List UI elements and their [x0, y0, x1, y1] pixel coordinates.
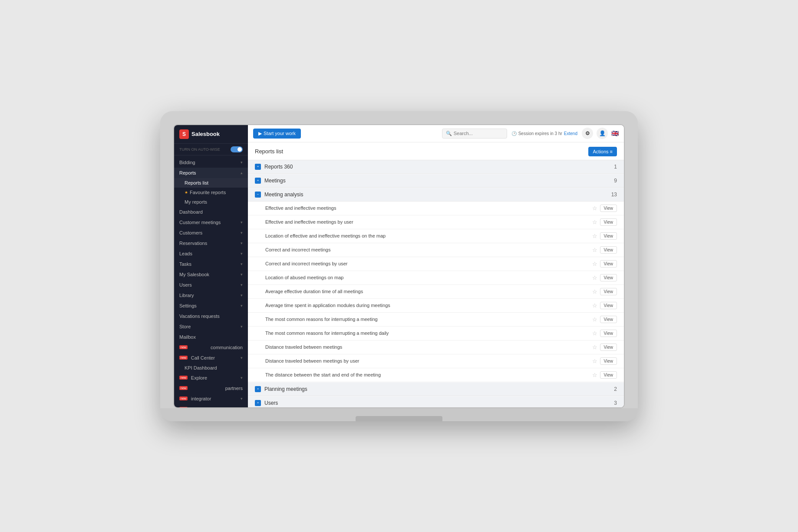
star-button[interactable]: ☆ [592, 261, 597, 267]
language-flag-icon[interactable]: 🇬🇧 [611, 130, 619, 137]
group-expand-icon: − [255, 192, 261, 198]
report-row-actions: ☆ View [592, 246, 617, 254]
sidebar-subitem-reports-list[interactable]: Reports list [174, 178, 248, 188]
report-row: The most common reasons for interrupting… [248, 327, 624, 340]
content-header: Reports list Actions ≡ [248, 142, 624, 160]
user-avatar[interactable]: 👤 [597, 128, 608, 139]
sidebar-item-users[interactable]: Users ▾ [174, 280, 248, 290]
star-button[interactable]: ☆ [592, 247, 597, 253]
sidebar-item-bidding[interactable]: Bidding ▾ [174, 157, 248, 168]
view-button[interactable]: View [600, 302, 617, 309]
star-button[interactable]: ☆ [592, 274, 597, 281]
report-row: Average effective duration time of all m… [248, 285, 624, 299]
sidebar-item-tasks[interactable]: Tasks ▾ [174, 259, 248, 269]
view-button[interactable]: View [600, 218, 617, 226]
group-title: + Reports 360 [255, 164, 293, 170]
report-row: The distance between the start and end o… [248, 368, 624, 382]
star-button[interactable]: ☆ [592, 288, 597, 295]
view-button[interactable]: View [600, 232, 617, 240]
page-title: Reports list [255, 148, 283, 155]
view-button[interactable]: View [600, 344, 617, 351]
play-icon: ▶ [258, 131, 262, 136]
chevron-down-icon: ▾ [241, 293, 243, 297]
report-group-header-meetings[interactable]: + Meetings 9 [248, 174, 624, 188]
sidebar-item-my-salesbook[interactable]: My Salesbook ▾ [174, 269, 248, 280]
star-button[interactable]: ☆ [592, 233, 597, 239]
star-button[interactable]: ☆ [592, 205, 597, 211]
view-button[interactable]: View [600, 246, 617, 254]
sidebar-item-customer-meetings[interactable]: Customer meetings ▾ [174, 217, 248, 228]
star-button[interactable]: ☆ [592, 358, 597, 364]
sidebar-item-vacations[interactable]: Vacations requests [174, 311, 248, 321]
sidebar-subitem-my-reports[interactable]: My reports [174, 197, 248, 207]
view-button[interactable]: View [600, 316, 617, 323]
sidebar-item-call-center[interactable]: new Call Center ▾ [174, 353, 248, 363]
main-content: Reports list Actions ≡ + Reports 360 [248, 142, 624, 407]
report-row-actions: ☆ View [592, 288, 617, 295]
sidebar-nav: Bidding ▾ Reports ▴ Reports list ★ Favou… [174, 155, 248, 407]
sidebar-item-mailbox[interactable]: Mailbox [174, 332, 248, 342]
star-button[interactable]: ☆ [592, 316, 597, 323]
star-button[interactable]: ☆ [592, 330, 597, 337]
sidebar-item-label: partners [225, 386, 243, 391]
report-group-header-users[interactable]: + Users 3 [248, 397, 624, 407]
star-button[interactable]: ☆ [592, 219, 597, 225]
sidebar-item-library[interactable]: Library ▾ [174, 290, 248, 301]
chevron-down-icon: ▾ [241, 272, 243, 277]
report-row: Effective and ineffective meetings by us… [248, 215, 624, 229]
chevron-down-icon: ▾ [241, 251, 243, 256]
actions-button[interactable]: Actions ≡ [588, 147, 617, 156]
view-button[interactable]: View [600, 260, 617, 268]
chevron-down-icon: ▾ [241, 262, 243, 266]
report-row-actions: ☆ View [592, 274, 617, 281]
group-title: + Planning meetings [255, 386, 307, 392]
report-name: Effective and ineffective meetings [265, 205, 336, 211]
sidebar-item-settings[interactable]: Settings ▾ [174, 301, 248, 311]
auto-wise-label: TURN ON AUTO-WISE [179, 147, 220, 152]
sidebar-item-store[interactable]: Store ▾ [174, 321, 248, 332]
star-button[interactable]: ☆ [592, 372, 597, 378]
group-label: Reports 360 [264, 164, 293, 170]
star-button[interactable]: ☆ [592, 302, 597, 309]
sidebar-item-integrator[interactable]: new integrator ▾ [174, 393, 248, 404]
sidebar-item-label: Customers [179, 230, 202, 235]
sidebar-item-reservations[interactable]: Reservations ▾ [174, 238, 248, 248]
sidebar-item-label: integrator [191, 396, 211, 401]
app-container: S Salesbook TURN ON AUTO-WISE Bidding ▾ … [174, 125, 624, 407]
report-group-header-planning-meetings[interactable]: + Planning meetings 2 [248, 383, 624, 396]
topbar: ▶ Start your work 🔍 🕐 Session expires in… [248, 125, 624, 142]
settings-icon-button[interactable]: ⚙ [582, 128, 593, 139]
view-button[interactable]: View [600, 205, 617, 212]
sidebar-item-explore[interactable]: new Explore ▾ [174, 373, 248, 383]
start-work-button[interactable]: ▶ Start your work [253, 129, 301, 139]
sidebar-item-customers[interactable]: Customers ▾ [174, 228, 248, 238]
sidebar-item-communication[interactable]: new communication [174, 342, 248, 353]
sidebar-item-label: Store [179, 324, 191, 329]
laptop-base [160, 408, 638, 421]
search-box[interactable]: 🔍 [442, 129, 507, 139]
sidebar-item-reports[interactable]: Reports ▴ [174, 168, 248, 178]
sidebar-item-partners-settings[interactable]: new partners_settings [174, 404, 248, 407]
report-group-header-reports360[interactable]: + Reports 360 1 [248, 160, 624, 174]
view-button[interactable]: View [600, 357, 617, 365]
sidebar-subitem-favourite-reports[interactable]: ★ Favourite reports [174, 188, 248, 197]
sidebar: S Salesbook TURN ON AUTO-WISE Bidding ▾ … [174, 125, 248, 407]
report-name: The most common reasons for interrupting… [265, 317, 378, 322]
sidebar-item-dashboard[interactable]: Dashboard [174, 207, 248, 217]
sidebar-item-partners[interactable]: new partners [174, 383, 248, 393]
view-button[interactable]: View [600, 330, 617, 337]
extend-link[interactable]: Extend [564, 131, 577, 136]
star-button[interactable]: ☆ [592, 344, 597, 350]
sidebar-subitem-kpi-dashboard[interactable]: KPI Dashboard [174, 363, 248, 373]
star-icon: ★ [185, 190, 188, 195]
auto-wise-toggle[interactable] [231, 146, 243, 152]
report-name: Correct and incorrect meetings by user [265, 261, 348, 266]
view-button[interactable]: View [600, 274, 617, 281]
view-button[interactable]: View [600, 371, 617, 379]
new-badge: new [179, 386, 188, 390]
report-group-header-meeting-analysis[interactable]: − Meeting analysis 13 [248, 188, 624, 202]
sidebar-subitem-label: Favourite reports [190, 190, 226, 195]
view-button[interactable]: View [600, 288, 617, 295]
sidebar-item-leads[interactable]: Leads ▾ [174, 248, 248, 259]
search-input[interactable] [454, 131, 503, 136]
